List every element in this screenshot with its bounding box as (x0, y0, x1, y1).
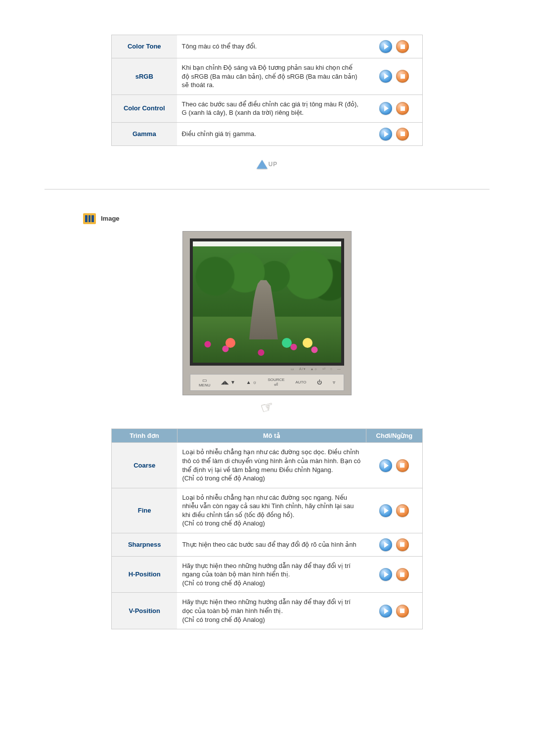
monitor-source-button[interactable]: SOURCE ⏎ (267, 378, 284, 388)
col-header-menu: Trình đơn (112, 429, 178, 443)
play-icon[interactable] (379, 504, 392, 517)
monitor-down-button[interactable]: ◢◣ ▼ (221, 379, 235, 385)
stop-icon[interactable] (396, 504, 409, 517)
section-title: Image (101, 215, 120, 222)
monitor-menu-button[interactable]: ▭ MENU (199, 378, 211, 388)
row-desc: Hãy thực hiện theo những hướng dẫn này đ… (177, 556, 366, 593)
row-desc: Loại bỏ nhiễu chẳng hạn như các đường sọ… (177, 488, 366, 533)
row-label: H-Position (112, 556, 178, 593)
stop-icon[interactable] (396, 128, 409, 141)
monitor-auto-button[interactable]: AUTO (295, 380, 306, 384)
row-label: Coarse (112, 443, 178, 488)
play-icon[interactable] (379, 459, 392, 472)
hand-pointer-icon: ☞ (258, 397, 275, 418)
table-row: Color Control Theo các bước sau để điều … (112, 94, 423, 122)
stop-icon[interactable] (396, 102, 409, 115)
table-row: sRGB Khi bạn chỉnh Độ sáng và Độ tương p… (112, 58, 423, 95)
stop-icon[interactable] (396, 70, 409, 83)
row-label: Color Tone (112, 35, 177, 58)
monitor-indicators: ▭ A/▾ ▲☼ ⏎ ○ — (183, 367, 341, 371)
row-label: Fine (112, 488, 178, 533)
row-desc: Loại bỏ nhiễu chẳng hạn như các đường sọ… (177, 443, 366, 488)
table-row: Coarse Loại bỏ nhiễu chẳng hạn như các đ… (112, 443, 423, 488)
divider (44, 189, 490, 189)
image-section-icon (83, 213, 96, 224)
row-label: Gamma (112, 122, 177, 145)
color-settings-table: Color Tone Tông màu có thể thay đổi. sRG… (111, 35, 423, 146)
play-icon[interactable] (379, 40, 392, 53)
monitor-illustration: ▭ A/▾ ▲☼ ⏎ ○ — ▭ MENU ◢◣ ▼ ▲ ☼ SO (182, 231, 352, 396)
monitor-screen (190, 238, 344, 366)
row-desc: Tông màu có thể thay đổi. (177, 35, 366, 58)
stop-icon[interactable] (396, 538, 409, 551)
stop-icon[interactable] (396, 459, 409, 472)
svg-rect-2 (88, 215, 89, 222)
play-icon[interactable] (379, 568, 392, 581)
col-header-desc: Mô tả (177, 429, 366, 443)
row-label: sRGB (112, 58, 177, 95)
stop-icon[interactable] (396, 568, 409, 581)
table-row: H-Position Hãy thực hiện theo những hướn… (112, 556, 423, 593)
table-row: Gamma Điều chỉnh giá trị gamma. (112, 122, 423, 145)
svg-rect-1 (85, 215, 94, 222)
table-row: V-Position Hãy thực hiện theo những hướn… (112, 593, 423, 629)
scroll-top-button[interactable]: UP (257, 160, 278, 169)
table-row: Color Tone Tông màu có thể thay đổi. (112, 35, 423, 58)
row-label: Color Control (112, 94, 177, 122)
up-label: UP (268, 161, 278, 168)
svg-rect-3 (90, 215, 91, 222)
arrow-up-icon (257, 160, 267, 169)
col-header-play: Chơi/Ngừng (366, 429, 422, 443)
row-desc: Theo các bước sau để điều chỉnh các giá … (177, 94, 366, 122)
monitor-up-button[interactable]: ▲ ☼ (246, 379, 257, 385)
play-icon[interactable] (379, 102, 392, 115)
row-desc: Thực hiện theo các bước sau để thay đổi … (177, 533, 366, 556)
section-header-image: Image (83, 213, 490, 224)
play-icon[interactable] (379, 128, 392, 141)
play-icon[interactable] (379, 538, 392, 551)
stop-icon[interactable] (396, 605, 409, 617)
table-row: Sharpness Thực hiện theo các bước sau để… (112, 533, 423, 556)
stop-icon[interactable] (396, 40, 409, 53)
play-icon[interactable] (379, 605, 392, 617)
table-row: Fine Loại bỏ nhiễu chẳng hạn như các đườ… (112, 488, 423, 533)
row-desc: Điều chỉnh giá trị gamma. (177, 122, 366, 145)
image-settings-table: Trình đơn Mô tả Chơi/Ngừng Coarse Loại b… (111, 428, 423, 629)
row-label: V-Position (112, 593, 178, 629)
row-label: Sharpness (112, 533, 178, 556)
monitor-power-button[interactable]: ⏻ (317, 379, 322, 385)
row-desc: Khi bạn chỉnh Độ sáng và Độ tương phản s… (177, 58, 366, 95)
monitor-misc-button[interactable]: ▿ (333, 379, 335, 385)
play-icon[interactable] (379, 70, 392, 83)
row-desc: Hãy thực hiện theo những hướng dẫn này đ… (177, 593, 366, 629)
monitor-button-strip: ▭ MENU ◢◣ ▼ ▲ ☼ SOURCE ⏎ AUTO ⏻ (190, 374, 344, 391)
